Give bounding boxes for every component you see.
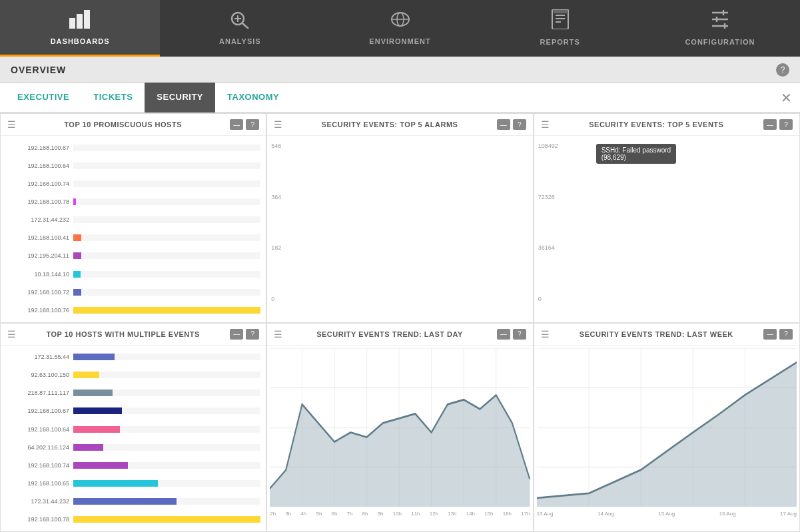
horizontal-bar-chart-multiple: 172.31.55.44 92.63.100.150 218.87.111.11… [6, 348, 260, 529]
tab-tickets[interactable]: TICKETS [81, 83, 145, 113]
bar-track-multiple [73, 498, 260, 505]
panel-minimize-button-2[interactable]: — [497, 119, 510, 130]
panel-menu-icon-6[interactable]: ☰ [541, 329, 550, 340]
bar-fill [73, 271, 81, 278]
panel-menu-icon[interactable]: ☰ [7, 119, 16, 130]
bar-label-multiple: 192.168.100.64 [6, 426, 69, 433]
horizontal-bar-chart: 192.168.100.67 192.168.100.64 192.168.10… [6, 138, 260, 320]
panel-top5-alarms-body: 5463641820 [267, 136, 532, 322]
tab-security[interactable]: SECURITY [145, 83, 215, 113]
y-label-events: 108492 [538, 142, 558, 149]
bar-row-multiple: 172.31.55.44 [6, 354, 260, 360]
panel-minimize-button-3[interactable]: — [763, 119, 777, 130]
bar-row: 192.168.100.78 [6, 198, 260, 205]
x-label-multiple: 23 [143, 530, 150, 531]
y-label: 0 [271, 296, 281, 302]
time-label-day: 6h [332, 511, 338, 517]
bar-track [73, 234, 260, 241]
x-label: 3579 [177, 321, 190, 322]
panel-controls-2: — ? [497, 119, 526, 130]
bar-track [73, 180, 260, 187]
panel-controls-5: — ? [497, 329, 526, 340]
panel-menu-icon-3[interactable]: ☰ [541, 119, 550, 130]
time-label-day: 3h [285, 511, 291, 517]
time-label-day: 10h [393, 511, 402, 517]
panel-minimize-button-6[interactable]: — [763, 329, 777, 340]
x-label-multiple: 47 [219, 530, 226, 531]
nav-environment[interactable]: ENVIRONMENT [320, 0, 480, 57]
bar-row: 192.168.100.76 [6, 307, 260, 314]
panel-minimize-button[interactable]: — [230, 119, 243, 130]
x-label: 59 [254, 321, 260, 322]
panel-help-button-2[interactable]: ? [513, 119, 526, 130]
bar-track-multiple [73, 372, 260, 378]
x-axis-labels: 0119323863579477259 [6, 320, 260, 322]
panel-top10-multiple: ☰ TOP 10 HOSTS WITH MULTIPLE EVENTS — ? … [0, 323, 266, 533]
tab-taxonomy[interactable]: TAXONOMY [215, 83, 291, 113]
panel-controls-3: — ? [763, 119, 793, 130]
date-label-week: 17 Aug [780, 511, 797, 517]
panel-help-button-4[interactable]: ? [246, 329, 259, 340]
time-label-day: 11h [411, 511, 420, 517]
bar-row-multiple: 192.168.100.67 [6, 407, 260, 414]
bar-fill-multiple [73, 426, 120, 433]
bar-label: 172.31.44.232 [6, 216, 69, 223]
bar-fill-multiple [73, 480, 158, 487]
tabs-bar: EXECUTIVE TICKETS SECURITY TAXONOMY ✕ [0, 83, 800, 113]
x-label-multiple: 0 [70, 530, 73, 531]
time-label-day: 8h [362, 511, 368, 517]
panel-help-button[interactable]: ? [246, 119, 259, 130]
time-axis-labels: 2h3h4h5h6h7h8h9h10h11h12h13h14h15h16h17h [270, 509, 530, 517]
close-panel-button[interactable]: ✕ [781, 90, 792, 106]
bar-track-multiple [73, 407, 260, 414]
time-label-day: 7h [347, 511, 353, 517]
panel-help-button-5[interactable]: ? [513, 329, 526, 340]
panel-help-button-6[interactable]: ? [779, 329, 793, 340]
bar-track-multiple [73, 462, 260, 469]
tab-executive[interactable]: EXECUTIVE [5, 83, 81, 113]
panel-top10-multiple-body: 172.31.55.44 92.63.100.150 218.87.111.11… [1, 346, 266, 532]
nav-analysis[interactable]: ANALYSIS [160, 0, 320, 57]
bar-track [73, 289, 260, 296]
bar-label-multiple: 172.31.44.232 [6, 498, 69, 505]
panel-top5-events-title: SECURITY EVENTS: TOP 5 EVENTS [555, 121, 758, 129]
analysis-icon [229, 10, 250, 33]
svg-line-4 [242, 23, 248, 29]
panel-top-promiscuous-body: 192.168.100.67 192.168.100.64 192.168.10… [1, 136, 266, 322]
bar-row: 192.168.100.72 [6, 289, 260, 296]
bar-track-multiple [73, 480, 260, 487]
panel-top5-alarms-title: SECURITY EVENTS: TOP 5 ALARMS [288, 121, 491, 129]
bar-row: 172.31.44.232 [6, 216, 260, 223]
panel-trend-last-week-title: SECURITY EVENTS TREND: LAST WEEK [555, 330, 758, 338]
y-label: 182 [271, 244, 281, 251]
bar-row: 192.168.100.41 [6, 234, 260, 241]
date-label-week: 15 Aug [658, 511, 675, 517]
time-label-day: 13h [448, 511, 456, 517]
panel-menu-icon-2[interactable]: ☰ [274, 119, 282, 130]
bar-fill [73, 234, 81, 241]
nav-analysis-label: ANALYSIS [219, 37, 261, 45]
panel-trend-last-day: ☰ SECURITY EVENTS TREND: LAST DAY — ? [266, 323, 533, 533]
panel-help-button-3[interactable]: ? [779, 119, 793, 130]
nav-dashboards[interactable]: DASHBOARDS [0, 0, 160, 57]
panel-minimize-button-5[interactable]: — [497, 329, 510, 340]
panel-minimize-button-4[interactable]: — [230, 329, 243, 340]
svg-rect-1 [77, 14, 83, 29]
y-label-events: 36164 [538, 244, 558, 251]
nav-reports[interactable]: REPORTS [480, 0, 640, 57]
bar-fill [73, 307, 260, 314]
bar-label-multiple: 64.202.116.124 [6, 444, 69, 451]
panel-menu-icon-5[interactable]: ☰ [274, 329, 282, 340]
bar-row-multiple: 192.168.100.64 [6, 426, 260, 433]
bar-fill-multiple [73, 462, 128, 469]
nav-configuration[interactable]: CONFIGURATION [640, 0, 800, 57]
y-label-events: 72328 [538, 194, 558, 200]
panel-trend-last-week: ☰ SECURITY EVENTS TREND: LAST WEEK — ? [534, 323, 800, 533]
panel-trend-last-day-body: 2h3h4h5h6h7h8h9h10h11h12h13h14h15h16h17h [267, 346, 532, 532]
panel-trend-last-day-title: SECURITY EVENTS TREND: LAST DAY [288, 330, 491, 338]
panel-menu-icon-4[interactable]: ☰ [7, 329, 16, 340]
overview-help-button[interactable]: ? [776, 63, 789, 77]
bar-fill-multiple [73, 498, 177, 505]
time-label-day: 15h [484, 511, 493, 517]
x-label-multiple: 5 [257, 530, 260, 531]
